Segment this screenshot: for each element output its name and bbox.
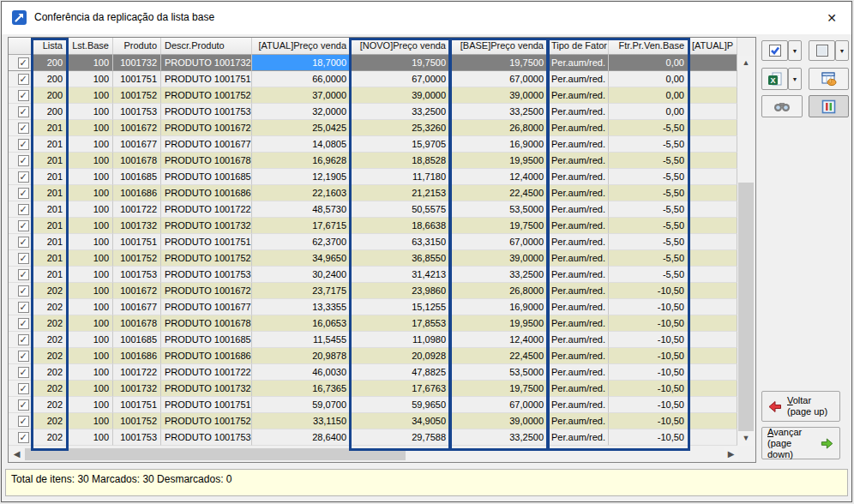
cell-tipo[interactable]: Per.aum/red. <box>548 71 609 87</box>
cell-novo[interactable]: 15,9705 <box>351 136 450 153</box>
table-row[interactable]: ✓2011001001672PRODUTO 100167225,042525,3… <box>9 120 737 136</box>
cell-tipo[interactable]: Per.aum/red. <box>548 55 609 71</box>
cell-descr[interactable]: PRODUTO 1001751 <box>161 397 252 413</box>
row-checkbox[interactable]: ✓ <box>18 399 29 411</box>
table-row[interactable]: ✓2021001001722PRODUTO 100172246,003047,8… <box>9 364 737 381</box>
cell-lstbase[interactable]: 100 <box>67 283 113 299</box>
cell-ftr[interactable]: -10,50 <box>609 315 689 332</box>
cell-lista[interactable]: 202 <box>33 299 67 315</box>
column-header-produto[interactable]: Produto <box>113 38 161 55</box>
column-header-base[interactable]: [BASE]Preço venda <box>450 38 548 55</box>
cell-descr[interactable]: PRODUTO 1001686 <box>161 348 252 364</box>
cell-novo[interactable]: 67,0000 <box>351 71 450 87</box>
row-checkbox[interactable]: ✓ <box>18 334 29 345</box>
cell-novo[interactable]: 34,9050 <box>351 413 450 429</box>
table-row[interactable]: ✓2001001001752PRODUTO 100175237,000039,0… <box>9 87 737 104</box>
export-excel-button[interactable]: X <box>761 68 788 90</box>
cell-atualp[interactable] <box>689 429 737 446</box>
cell-novo[interactable]: 21,2153 <box>351 185 450 201</box>
cell-atual[interactable]: 34,9650 <box>252 250 351 267</box>
cell-atual[interactable]: 62,3700 <box>252 234 351 250</box>
cell-produto[interactable]: 1001677 <box>113 136 161 153</box>
cell-lista[interactable]: 201 <box>33 250 67 267</box>
cell-ftr[interactable]: 0,00 <box>609 104 689 120</box>
cell-ftr[interactable]: -5,50 <box>609 234 689 250</box>
horizontal-scrollbar[interactable]: ◀ ▶ <box>9 447 738 461</box>
uncheck-all-dropdown[interactable]: ▼ <box>835 40 849 61</box>
cell-base[interactable]: 67,0000 <box>450 71 548 87</box>
table-row[interactable]: ✓2011001001722PRODUTO 100172248,573050,5… <box>9 201 737 218</box>
cell-descr[interactable]: PRODUTO 1001752 <box>161 413 252 429</box>
cell-lista[interactable]: 200 <box>33 71 67 87</box>
cell-atualp[interactable] <box>689 332 737 348</box>
cell-base[interactable]: 39,0000 <box>450 87 548 104</box>
cell-produto[interactable]: 1001722 <box>113 364 161 381</box>
cell-descr[interactable]: PRODUTO 1001751 <box>161 71 252 87</box>
cell-base[interactable]: 22,4500 <box>450 185 548 201</box>
cell-atual[interactable]: 17,6715 <box>252 218 351 234</box>
cell-lstbase[interactable]: 100 <box>67 315 113 332</box>
cell-ftr[interactable]: -5,50 <box>609 267 689 283</box>
cell-base[interactable]: 12,4000 <box>450 332 548 348</box>
uncheck-all-button[interactable] <box>809 40 835 61</box>
row-checkbox[interactable]: ✓ <box>18 383 29 394</box>
cell-novo[interactable]: 31,4213 <box>351 267 450 283</box>
row-checkbox[interactable]: ✓ <box>18 237 29 248</box>
cell-ftr[interactable]: -5,50 <box>609 120 689 136</box>
column-header-descr[interactable]: Descr.Produto <box>161 38 252 55</box>
cell-lstbase[interactable]: 100 <box>67 332 113 348</box>
cell-atualp[interactable] <box>689 153 737 169</box>
column-header-lista[interactable]: Lista <box>33 38 67 55</box>
cell-produto[interactable]: 1001672 <box>113 283 161 299</box>
cell-lista[interactable]: 201 <box>33 218 67 234</box>
cell-produto[interactable]: 1001732 <box>113 55 161 71</box>
cell-atual[interactable]: 32,0000 <box>252 104 351 120</box>
table-row[interactable]: ✓2011001001678PRODUTO 100167816,962818,8… <box>9 153 737 169</box>
cell-base[interactable]: 26,8000 <box>450 120 548 136</box>
vertical-scroll-thumb[interactable] <box>738 183 754 431</box>
table-row[interactable]: ✓2001001001732PRODUTO 100173218,700019,7… <box>9 55 737 71</box>
cell-tipo[interactable]: Per.aum/red. <box>548 348 609 364</box>
cell-atualp[interactable] <box>689 267 737 283</box>
cell-ftr[interactable]: -10,50 <box>609 348 689 364</box>
cell-atualp[interactable] <box>689 136 737 153</box>
cell-novo[interactable]: 17,8553 <box>351 315 450 332</box>
cell-lstbase[interactable]: 100 <box>67 169 113 185</box>
cell-descr[interactable]: PRODUTO 1001732 <box>161 218 252 234</box>
cell-atual[interactable]: 13,3355 <box>252 299 351 315</box>
table-row[interactable]: ✓2021001001678PRODUTO 100167816,065317,8… <box>9 315 737 332</box>
cell-lstbase[interactable]: 100 <box>67 87 113 104</box>
cell-lista[interactable]: 201 <box>33 234 67 250</box>
cell-atualp[interactable] <box>689 397 737 413</box>
cell-ftr[interactable]: -10,50 <box>609 397 689 413</box>
cell-ftr[interactable]: -10,50 <box>609 364 689 381</box>
cell-produto[interactable]: 1001752 <box>113 413 161 429</box>
cell-atual[interactable]: 28,6400 <box>252 429 351 446</box>
cell-produto[interactable]: 1001732 <box>113 381 161 397</box>
cell-ftr[interactable]: -5,50 <box>609 218 689 234</box>
cell-lstbase[interactable]: 100 <box>67 413 113 429</box>
row-checkbox[interactable]: ✓ <box>18 302 29 313</box>
cell-tipo[interactable]: Per.aum/red. <box>548 397 609 413</box>
check-all-dropdown[interactable]: ▼ <box>788 40 802 61</box>
cell-atualp[interactable] <box>689 348 737 364</box>
cell-produto[interactable]: 1001732 <box>113 218 161 234</box>
cell-descr[interactable]: PRODUTO 1001672 <box>161 283 252 299</box>
cell-atualp[interactable] <box>689 315 737 332</box>
cell-lista[interactable]: 201 <box>33 185 67 201</box>
table-row[interactable]: ✓2021001001732PRODUTO 100173216,736517,6… <box>9 381 737 397</box>
table-row[interactable]: ✓2011001001732PRODUTO 100173217,671518,6… <box>9 218 737 234</box>
cell-lista[interactable]: 202 <box>33 283 67 299</box>
cell-lista[interactable]: 200 <box>33 104 67 120</box>
table-row[interactable]: ✓2011001001753PRODUTO 100175330,240031,4… <box>9 267 737 283</box>
cell-atual[interactable]: 14,0805 <box>252 136 351 153</box>
cell-base[interactable]: 67,0000 <box>450 234 548 250</box>
cell-produto[interactable]: 1001685 <box>113 169 161 185</box>
cell-ftr[interactable]: -10,50 <box>609 299 689 315</box>
cell-novo[interactable]: 33,2500 <box>351 104 450 120</box>
cell-produto[interactable]: 1001672 <box>113 120 161 136</box>
cell-atual[interactable]: 59,0700 <box>252 397 351 413</box>
cell-novo[interactable]: 15,1255 <box>351 299 450 315</box>
cell-produto[interactable]: 1001685 <box>113 332 161 348</box>
cell-produto[interactable]: 1001753 <box>113 429 161 446</box>
